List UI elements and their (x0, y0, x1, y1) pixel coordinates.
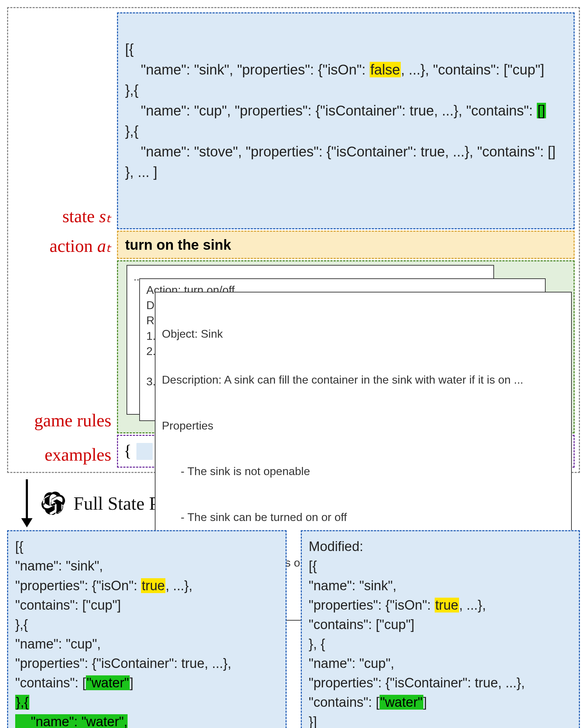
full-state-output: [{ "name": "sink", "properties": {"isOn"… (7, 530, 287, 728)
action-label: action aₜ (12, 231, 113, 259)
rules-label: game rules (12, 260, 113, 433)
state-panel: [{ "name": "sink", "properties": {"isOn"… (117, 12, 575, 229)
input-container: state sₜ [{ "name": "sink", "properties"… (7, 7, 580, 473)
action-panel: turn on the sink (117, 231, 575, 259)
examples-label: examples (12, 435, 113, 468)
openai-icon (39, 489, 67, 517)
state-diff-output: Modified: [{ "name": "sink", "properties… (301, 530, 580, 728)
state-label: state sₜ (12, 12, 113, 229)
swatch-state-icon (136, 443, 153, 460)
arrow-down-icon (21, 479, 33, 527)
rules-panel: ... Action: turn on/off D R 1. 2. 3. Obj… (117, 260, 575, 433)
